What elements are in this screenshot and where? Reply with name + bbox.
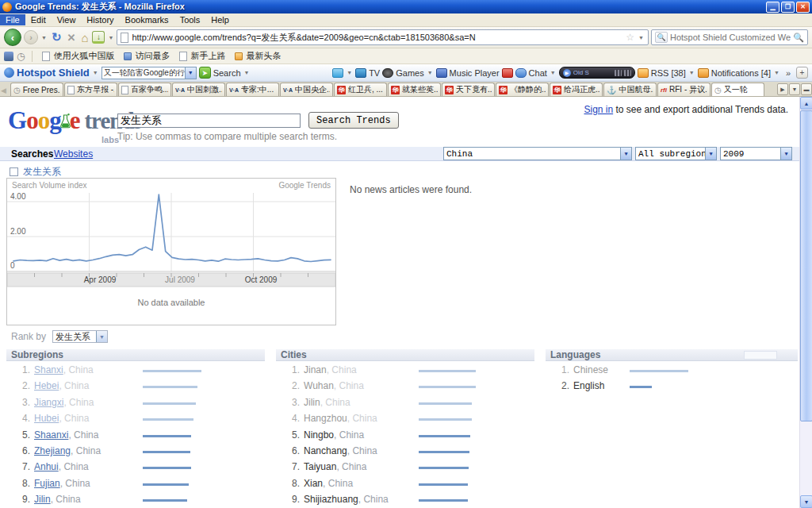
year-select[interactable]: 2009 ▼ [720, 147, 792, 160]
web-search-box[interactable]: 🔍 🔍 [651, 29, 808, 45]
tab-websites[interactable]: Websites [54, 148, 93, 160]
chat-label[interactable]: Chat [529, 68, 547, 78]
browser-tab[interactable]: ◷又一轮 [711, 83, 764, 96]
browser-tab[interactable]: 东方早报 -... [64, 83, 117, 96]
subregion-dropdown-icon[interactable]: ▼ [705, 148, 716, 160]
notifications-dropdown-icon[interactable]: ▼ [773, 70, 780, 75]
scroll-down-button[interactable]: ▼ [800, 495, 812, 508]
browser-tab[interactable]: V·A专家:中... [226, 83, 279, 96]
search-options-dropdown-icon[interactable]: ▼ [243, 70, 251, 75]
bookmark-item[interactable]: 新手上路 [174, 49, 230, 63]
games-dropdown-icon[interactable]: ▼ [427, 70, 434, 75]
browser-tab[interactable]: 华就某些英... [388, 83, 441, 96]
chat-bubble-icon[interactable] [515, 68, 527, 78]
combo-dropdown-icon[interactable]: ▼ [185, 67, 196, 79]
toolbar-add-button[interactable]: + [796, 67, 808, 79]
bookmark-item[interactable]: 最新头条 [230, 49, 285, 63]
minimize-button[interactable]: ▁ [766, 2, 779, 13]
bookmark-item[interactable]: 使用火狐中国版 [37, 49, 119, 63]
browser-tab[interactable]: 百家争鸣... [118, 83, 171, 96]
term-label[interactable]: 发生关系 [23, 165, 61, 179]
region-link[interactable]: Hebei [34, 380, 59, 391]
history-clock-icon[interactable]: ◷ [17, 51, 25, 62]
tab-scroll-left-icon[interactable]: ◀ [1, 87, 6, 94]
region-link[interactable]: Zhejiang [34, 445, 71, 456]
chat-dropdown-icon[interactable]: ▼ [550, 70, 557, 75]
region-select[interactable]: China ▼ [443, 147, 632, 160]
browser-tab[interactable]: 华《静静的... [496, 83, 549, 96]
trends-query-input[interactable] [117, 114, 301, 128]
region-link[interactable]: Shaanxi [34, 429, 68, 441]
rss-icon[interactable] [638, 68, 649, 78]
region-link[interactable]: Hubei [34, 413, 59, 424]
music-player-label[interactable]: Music Player [450, 68, 500, 78]
browser-tab[interactable]: 华红卫兵, ... [334, 83, 387, 96]
menu-bookmarks[interactable]: Bookmarks [120, 14, 174, 25]
browser-tab[interactable]: rfiRFI - 异议... [657, 83, 710, 96]
play-icon[interactable]: ▶ [563, 69, 571, 77]
url-bar[interactable]: ☆ ▼ [117, 29, 649, 45]
rank-by-select[interactable]: 发生关系 ▼ [52, 330, 108, 343]
rank-by-dropdown-icon[interactable]: ▼ [96, 331, 107, 342]
browser-tab[interactable]: ⚓中国航母... [603, 83, 657, 96]
tab-strip-extra-button[interactable]: ▬ [801, 83, 812, 95]
region-link[interactable]: Jilin [34, 494, 51, 505]
tv-label[interactable]: TV [369, 68, 380, 78]
bookmark-star-icon[interactable]: ☆ [626, 32, 634, 43]
rss-label[interactable]: RSS [38] [651, 68, 686, 78]
signin-link[interactable]: Sign in [584, 104, 613, 115]
reload-button[interactable]: ↻ [50, 30, 63, 44]
games-label[interactable]: Games [396, 68, 423, 78]
notifications-icon[interactable] [698, 68, 709, 78]
search-go-icon[interactable]: 🔍 [793, 33, 804, 43]
volume-right-icon[interactable] [624, 70, 631, 76]
media-player[interactable]: ▶ Old S [559, 67, 635, 79]
rss-dropdown-icon[interactable]: ▼ [688, 70, 695, 75]
vertical-scrollbar[interactable]: ▲ ▼ [799, 97, 812, 508]
scroll-up-button[interactable]: ▲ [800, 97, 812, 110]
region-dropdown-icon[interactable]: ▼ [620, 148, 631, 160]
menu-file[interactable]: File [0, 14, 25, 25]
notifications-label[interactable]: Notifications [4] [711, 68, 771, 78]
toolbar-search-label[interactable]: Search [213, 68, 241, 78]
bookmarks-panel-icon[interactable] [4, 52, 13, 61]
url-dropdown-icon[interactable]: ▼ [638, 35, 645, 40]
tv-icon[interactable] [355, 68, 366, 78]
menu-edit[interactable]: Edit [25, 14, 52, 25]
year-dropdown-icon[interactable]: ▼ [780, 148, 791, 160]
menu-tools[interactable]: Tools [174, 14, 206, 25]
scrollbar-thumb[interactable] [800, 110, 812, 421]
youtube-icon[interactable] [502, 68, 513, 78]
hotspot-menu-dropdown-icon[interactable]: ▼ [92, 70, 99, 75]
term-checkbox[interactable] [10, 167, 18, 176]
back-button[interactable]: ‹ [4, 29, 21, 46]
close-button[interactable]: ✕ [796, 2, 810, 13]
region-link[interactable]: Fujian [34, 478, 60, 489]
tab-scroll-right-button[interactable]: ▶ [777, 83, 788, 95]
stop-button[interactable]: ✕ [66, 32, 78, 44]
menu-history[interactable]: History [81, 14, 119, 25]
music-service-icon[interactable] [436, 68, 447, 78]
search-engine-icon[interactable]: 🔍 [655, 32, 668, 43]
download-button[interactable]: ↓ [92, 31, 105, 44]
region-link[interactable]: Shanxi [34, 364, 63, 375]
region-link[interactable]: Jiangxi [34, 397, 63, 408]
region-link[interactable]: Anhui [34, 461, 59, 472]
home-button[interactable]: ⌂ [79, 31, 90, 44]
download-dropdown-icon[interactable]: ▼ [107, 35, 114, 40]
url-input[interactable] [132, 33, 622, 42]
volume-left-icon[interactable] [615, 70, 622, 76]
menu-view[interactable]: View [52, 14, 82, 25]
gamepad-icon[interactable] [382, 68, 393, 78]
toolbar-search-icon[interactable]: ➤ [199, 67, 211, 79]
hotspot-combo-box[interactable]: 又一轮陷害Google的行 ▼ [102, 67, 197, 79]
browser-tab[interactable]: 华天下竟有... [442, 83, 495, 96]
web-search-input[interactable] [670, 33, 791, 42]
twitter-dropdown-icon[interactable]: ▼ [346, 70, 353, 75]
restore-button[interactable]: ❐ [781, 2, 795, 13]
list-all-tabs-button[interactable]: ▼ [789, 83, 800, 95]
search-trends-button[interactable]: Search Trends [308, 112, 399, 129]
subregion-select[interactable]: All subregions ▼ [635, 147, 717, 160]
menu-help[interactable]: Help [205, 14, 235, 25]
toolbar-overflow-chevron[interactable]: » [783, 68, 794, 78]
